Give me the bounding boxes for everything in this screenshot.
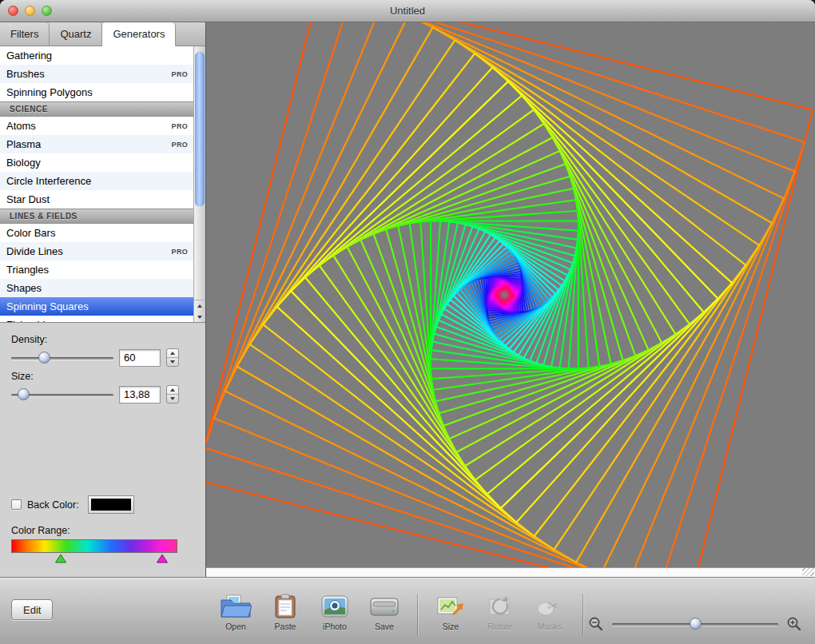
toolbar-separator xyxy=(417,594,418,635)
density-slider-track xyxy=(11,357,113,360)
parameters-panel: Density: Size: xyxy=(0,323,205,577)
generator-list-item[interactable]: PlasmaPRO xyxy=(0,135,193,153)
list-item-label: Triangles xyxy=(6,264,49,276)
density-value-field[interactable] xyxy=(119,349,161,367)
size-slider-knob[interactable] xyxy=(18,388,30,400)
density-label: Density: xyxy=(11,334,194,345)
list-item-label: Plasma xyxy=(6,138,41,150)
list-item-label: Flying Lines xyxy=(6,319,62,322)
rotate-icon xyxy=(487,594,514,619)
zoom-window-button[interactable] xyxy=(42,6,52,16)
generator-list-item[interactable]: Circle Interference xyxy=(0,172,193,190)
zoom-slider-knob[interactable] xyxy=(690,618,702,630)
list-item-label: Brushes xyxy=(6,68,45,80)
close-button[interactable] xyxy=(8,6,18,16)
generator-list-item[interactable]: Spinning Squares xyxy=(0,297,193,316)
color-range-marker-left[interactable] xyxy=(55,554,66,563)
bottom-toolbar: Edit Open Paste xyxy=(0,577,815,644)
size-slider[interactable] xyxy=(11,388,113,401)
minimize-button[interactable] xyxy=(25,6,35,16)
density-stepper-up[interactable] xyxy=(167,349,178,357)
list-item-label: Biology xyxy=(6,157,41,169)
pro-badge: PRO xyxy=(172,122,188,130)
generator-list-item[interactable]: Spinning Polygons xyxy=(0,83,193,101)
zoom-controls xyxy=(588,616,802,632)
tab-filters[interactable]: Filters xyxy=(0,22,50,46)
list-item-label: Shapes xyxy=(6,282,42,294)
size-value-field[interactable] xyxy=(119,386,161,403)
back-color-swatch xyxy=(91,499,131,511)
svg-text:✂: ✂ xyxy=(547,598,559,614)
list-item-label: Gathering xyxy=(6,50,52,62)
scroll-down-button[interactable] xyxy=(194,312,205,323)
size-row xyxy=(11,385,194,403)
open-button-label: Open xyxy=(225,622,246,631)
window-title: Untitled xyxy=(0,5,815,17)
size-button[interactable]: Size xyxy=(432,594,469,631)
iphoto-button-label: iPhoto xyxy=(323,622,347,631)
generator-list-container: GatheringBrushesPROSpinning PolygonsSCIE… xyxy=(0,46,205,323)
canvas-area xyxy=(206,22,815,567)
zoom-out-icon[interactable] xyxy=(588,616,604,632)
window-content: Filters Quartz Generators GatheringBrush… xyxy=(0,22,815,577)
color-range-marker-right[interactable] xyxy=(157,554,168,563)
pro-badge: PRO xyxy=(172,141,188,149)
pro-badge: PRO xyxy=(172,70,188,78)
scroll-up-button[interactable] xyxy=(194,300,205,312)
color-range-gradient[interactable] xyxy=(11,539,177,553)
generator-list-item[interactable]: Biology xyxy=(0,153,193,172)
list-section-header: SCIENCE xyxy=(0,101,193,117)
masks-button[interactable]: ✂ Masks xyxy=(531,594,568,631)
generator-list-item[interactable]: Divide LinesPRO xyxy=(0,242,193,260)
generator-list-item[interactable]: Gathering xyxy=(0,46,193,65)
generator-list-item[interactable]: BrushesPRO xyxy=(0,65,193,83)
list-item-label: Color Bars xyxy=(6,227,55,239)
list-item-label: LINES & FIELDS xyxy=(10,212,78,221)
resize-grip[interactable] xyxy=(802,568,814,576)
tab-quartz[interactable]: Quartz xyxy=(50,22,102,46)
save-button[interactable]: Save xyxy=(366,594,403,631)
iphoto-button[interactable]: iPhoto xyxy=(316,594,353,631)
list-item-label: Circle Interference xyxy=(6,175,91,187)
masks-button-label: Masks xyxy=(538,622,562,631)
back-color-well[interactable] xyxy=(88,495,134,514)
rotate-button[interactable]: Rotate xyxy=(482,594,519,631)
size-stepper-up[interactable] xyxy=(167,386,178,394)
size-stepper[interactable] xyxy=(166,385,179,403)
generator-list-item[interactable]: AtomsPRO xyxy=(0,117,193,135)
scrollbar-arrows xyxy=(194,300,205,322)
rotate-button-label: Rotate xyxy=(488,622,513,631)
zoom-in-icon[interactable] xyxy=(786,616,802,632)
save-drive-icon xyxy=(369,594,400,619)
iphoto-camera-icon xyxy=(320,594,349,619)
edit-button[interactable]: Edit xyxy=(11,599,53,620)
generator-list-item[interactable]: Flying Lines xyxy=(0,316,193,322)
toolbar-separator-2 xyxy=(582,594,583,635)
generator-list-item[interactable]: Shapes xyxy=(0,279,193,297)
density-stepper-down[interactable] xyxy=(167,357,178,366)
zoom-slider[interactable] xyxy=(612,618,778,630)
title-bar[interactable]: Untitled xyxy=(0,0,815,22)
size-stepper-down[interactable] xyxy=(167,394,178,403)
list-item-label: Atoms xyxy=(6,120,36,132)
paste-button[interactable]: Paste xyxy=(267,594,304,631)
density-slider-knob[interactable] xyxy=(38,352,50,364)
list-item-label: Spinning Squares xyxy=(6,300,89,312)
list-scrollbar[interactable] xyxy=(193,46,205,322)
generator-list-item[interactable]: Triangles xyxy=(0,260,193,279)
color-range-label: Color Range: xyxy=(11,525,194,536)
color-range-markers xyxy=(11,554,177,564)
density-stepper[interactable] xyxy=(166,348,179,367)
toolbar-buttons: Open Paste xyxy=(217,594,585,635)
density-slider[interactable] xyxy=(11,352,113,364)
tab-generators[interactable]: Generators xyxy=(102,22,176,46)
open-button[interactable]: Open xyxy=(217,594,254,631)
generated-image[interactable] xyxy=(206,22,815,567)
back-color-checkbox[interactable] xyxy=(11,499,22,510)
generator-list-item[interactable]: Star Dust xyxy=(0,190,193,209)
generator-list-item[interactable]: Color Bars xyxy=(0,224,193,242)
density-row xyxy=(11,348,194,367)
back-color-label: Back Color: xyxy=(27,499,79,511)
save-button-label: Save xyxy=(375,622,394,631)
scrollbar-thumb[interactable] xyxy=(195,52,205,206)
